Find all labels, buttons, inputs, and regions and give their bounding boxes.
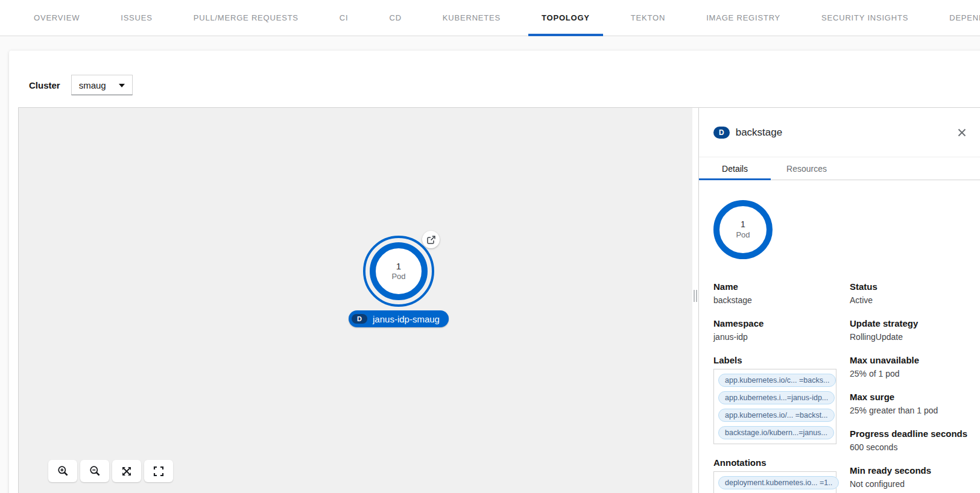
cluster-toolbar: Cluster smaug: [29, 75, 133, 95]
tab-image-registry[interactable]: IMAGE REGISTRY: [693, 0, 794, 36]
tab-details[interactable]: Details: [699, 157, 771, 180]
tab-cd[interactable]: CD: [376, 0, 414, 36]
tab-ci[interactable]: CI: [326, 0, 362, 36]
zoom-out-button[interactable]: [80, 460, 109, 482]
field-status-value: Active: [850, 295, 970, 305]
field-progress-deadline-label: Progress deadline seconds: [850, 429, 970, 439]
node-pod-count: 1: [396, 261, 401, 272]
field-namespace-value: janus-idp: [713, 332, 850, 342]
tab-kubernetes[interactable]: KUBERNETES: [429, 0, 514, 36]
field-max-surge-value: 25% greater than 1 pod: [850, 406, 970, 415]
canvas-controls: [48, 460, 173, 482]
side-panel-body: 1 Pod Name backstage Namespace janus-idp…: [699, 180, 980, 493]
topology-view: 1 Pod D janus-idp-smaug: [18, 107, 980, 493]
cluster-select-value: smaug: [79, 80, 106, 90]
resource-side-panel: D backstage Details Resources 1 Pod: [698, 108, 980, 493]
close-panel-button[interactable]: [955, 126, 969, 139]
field-update-strategy-value: RollingUpdate: [850, 332, 970, 342]
cluster-label: Cluster: [29, 80, 60, 90]
field-labels-label: Labels: [713, 355, 850, 365]
field-name: Name backstage: [713, 281, 850, 305]
field-update-strategy-label: Update strategy: [850, 318, 970, 328]
label-chip[interactable]: backstage.io/kubern...=janus...: [718, 426, 834, 439]
pod-status-donut: 1 Pod: [713, 200, 773, 259]
resource-title: backstage: [736, 127, 783, 139]
entity-tabs: OVERVIEW ISSUES PULL/MERGE REQUESTS CI C…: [0, 0, 980, 36]
deployment-kind-badge: D: [713, 127, 730, 139]
field-namespace-label: Namespace: [713, 318, 850, 328]
panel-resize-divider[interactable]: [692, 108, 698, 493]
topology-card: Cluster smaug 1 Pod: [9, 51, 980, 493]
field-name-label: Name: [713, 281, 850, 292]
field-annotations-label: Annotations: [713, 457, 850, 468]
tab-pull-merge-requests[interactable]: PULL/MERGE REQUESTS: [180, 0, 312, 36]
node-label-text: janus-idp-smaug: [373, 314, 440, 324]
field-min-ready-seconds-label: Min ready seconds: [850, 465, 970, 476]
field-max-unavailable-value: 25% of 1 pod: [850, 369, 970, 378]
chevron-down-icon: [119, 84, 125, 87]
field-min-ready-seconds: Min ready seconds Not configured: [850, 465, 970, 489]
annotations-chip-group: deployment.kubernetes.io... =1..: [713, 471, 836, 493]
field-max-unavailable-label: Max unavailable: [850, 355, 970, 365]
field-progress-deadline-value: 600 seconds: [850, 442, 970, 452]
close-icon: [958, 128, 966, 137]
field-status: Status Active: [850, 281, 970, 305]
tab-issues[interactable]: ISSUES: [107, 0, 165, 36]
field-max-surge: Max surge 25% greater than 1 pod: [850, 392, 970, 415]
label-chip[interactable]: app.kubernetes.io/... =backst...: [718, 409, 835, 422]
pod-unit: Pod: [736, 230, 750, 240]
cluster-select[interactable]: smaug: [71, 75, 133, 95]
tab-resources[interactable]: Resources: [771, 157, 842, 180]
annotation-chip[interactable]: deployment.kubernetes.io... =1..: [718, 476, 839, 489]
label-chip[interactable]: app.kubernetes.i...=janus-idp...: [718, 391, 835, 404]
field-labels: Labels app.kubernetes.io/c... =backs... …: [713, 355, 850, 444]
tab-topology[interactable]: TOPOLOGY: [528, 0, 603, 36]
field-min-ready-seconds-value: Not configured: [850, 479, 970, 489]
field-status-label: Status: [850, 281, 970, 292]
field-namespace: Namespace janus-idp: [713, 318, 850, 342]
field-update-strategy: Update strategy RollingUpdate: [850, 318, 970, 342]
reset-view-button[interactable]: [144, 460, 173, 482]
node-label[interactable]: D janus-idp-smaug: [349, 310, 449, 327]
zoom-out-icon: [89, 465, 101, 477]
deployment-node[interactable]: 1 Pod D janus-idp-smaug: [363, 236, 434, 307]
tab-tekton[interactable]: TEKTON: [618, 0, 678, 36]
node-pod-donut: 1 Pod: [370, 242, 428, 300]
pod-count: 1: [741, 219, 745, 230]
field-name-value: backstage: [713, 295, 850, 305]
deployment-kind-badge: D: [352, 314, 367, 324]
field-max-surge-label: Max surge: [850, 392, 970, 402]
external-link-icon: [427, 236, 435, 244]
side-panel-header: D backstage: [699, 108, 980, 157]
fit-to-screen-button[interactable]: [112, 460, 141, 482]
zoom-in-icon: [57, 465, 69, 477]
topology-canvas[interactable]: 1 Pod D janus-idp-smaug: [19, 108, 692, 493]
tab-security-insights[interactable]: SECURITY INSIGHTS: [808, 0, 922, 36]
node-selection-ring: 1 Pod: [363, 236, 434, 307]
field-annotations: Annotations deployment.kubernetes.io... …: [713, 457, 850, 493]
field-max-unavailable: Max unavailable 25% of 1 pod: [850, 355, 970, 378]
drag-handle-icon: [694, 290, 697, 302]
side-panel-tabs: Details Resources: [699, 157, 980, 180]
label-chip[interactable]: app.kubernetes.io/c... =backs...: [718, 374, 836, 387]
fit-to-screen-icon: [121, 466, 132, 477]
field-progress-deadline: Progress deadline seconds 600 seconds: [850, 429, 970, 452]
open-url-decorator[interactable]: [422, 231, 440, 248]
reset-view-icon: [153, 466, 164, 477]
node-pod-unit: Pod: [391, 272, 405, 281]
tab-overview[interactable]: OVERVIEW: [21, 0, 93, 36]
tab-dependencies[interactable]: DEPENDENCIES: [936, 0, 980, 36]
labels-chip-group: app.kubernetes.io/c... =backs... app.kub…: [713, 369, 836, 444]
zoom-in-button[interactable]: [48, 460, 77, 482]
